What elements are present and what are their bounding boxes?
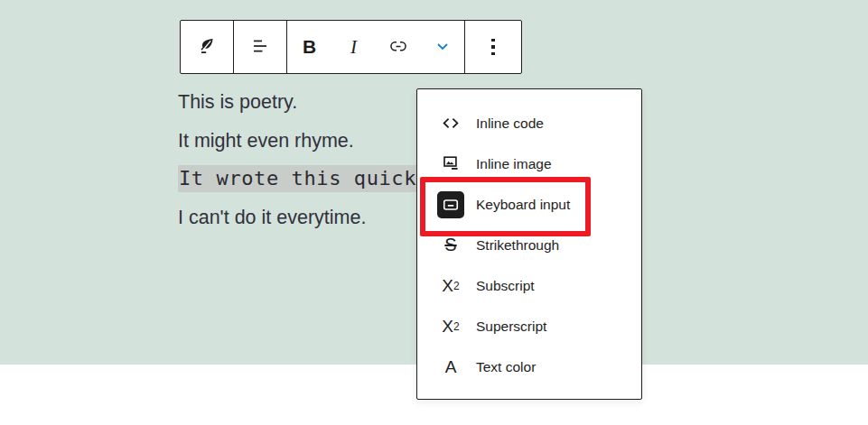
menu-item-label: Inline image	[476, 156, 552, 172]
italic-icon: I	[350, 36, 357, 59]
poem-line[interactable]: It wrote this quick	[178, 160, 417, 199]
menu-item-inline-image[interactable]: Inline image	[417, 143, 641, 184]
menu-item-superscript[interactable]: X2 Superscript	[417, 306, 641, 346]
inline-image-icon	[437, 151, 464, 178]
menu-item-keyboard-input[interactable]: Keyboard input	[417, 184, 641, 225]
chevron-down-icon	[432, 35, 453, 60]
keyboard-formatted-text[interactable]: It wrote this quick	[178, 165, 417, 192]
active-format-indicator	[437, 191, 464, 218]
formats-dropdown-menu: Inline code Inline image Keyboard input …	[416, 88, 642, 400]
menu-item-text-color[interactable]: A Text color	[417, 346, 641, 387]
link-button[interactable]	[376, 21, 420, 73]
menu-item-label: Superscript	[476, 319, 546, 335]
strikethrough-icon: S	[437, 232, 464, 259]
align-text-button[interactable]	[238, 21, 283, 73]
more-formats-button[interactable]	[420, 21, 464, 73]
subscript-icon: X2	[437, 273, 464, 300]
verse-block-button[interactable]	[185, 21, 229, 73]
menu-item-subscript[interactable]: X2 Subscript	[417, 265, 641, 306]
poem-line[interactable]: This is poetry.	[178, 83, 417, 122]
menu-item-label: Text color	[476, 359, 536, 375]
menu-item-inline-code[interactable]: Inline code	[417, 103, 641, 143]
align-left-icon	[249, 35, 271, 60]
inline-code-icon	[437, 110, 464, 137]
vertical-ellipsis-icon	[491, 39, 495, 56]
menu-item-label: Keyboard input	[476, 197, 570, 213]
verse-block-content[interactable]: This is poetry. It might even rhyme. It …	[178, 83, 417, 236]
menu-item-strikethrough[interactable]: S Strikethrough	[417, 225, 641, 265]
menu-item-label: Subscript	[476, 278, 535, 294]
superscript-icon: X2	[437, 313, 464, 340]
link-icon	[387, 35, 409, 60]
text-color-icon: A	[437, 354, 464, 381]
italic-button[interactable]: I	[331, 21, 376, 73]
poem-line[interactable]: It might even rhyme.	[178, 122, 417, 161]
menu-item-label: Strikethrough	[476, 237, 559, 254]
poem-line[interactable]: I can't do it everytime.	[178, 199, 417, 237]
bold-button[interactable]: B	[287, 21, 331, 73]
block-toolbar: B I	[180, 20, 522, 74]
menu-item-label: Inline code	[476, 115, 544, 132]
verse-icon	[196, 35, 218, 60]
bold-icon: B	[303, 36, 316, 58]
options-button[interactable]	[471, 21, 516, 73]
keyboard-input-icon	[437, 191, 464, 218]
